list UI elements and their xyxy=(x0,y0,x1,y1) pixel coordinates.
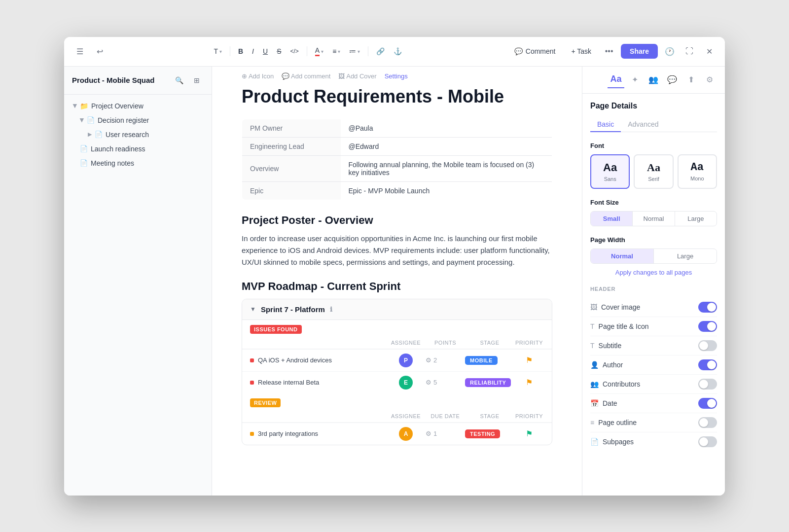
toggle-page-outline[interactable] xyxy=(698,417,717,428)
toggle-label-contributors: 👥 Contributors xyxy=(590,380,640,388)
font-options: Aa Sans Aa Serif Aa Mono xyxy=(590,154,717,189)
sidebar: Product - Mobile Squad 🔍 ⊞ ▶ 📁 Project O… xyxy=(64,67,212,496)
sidebar-item-label: Project Overview xyxy=(91,102,143,110)
link-button[interactable]: 🔗 xyxy=(373,44,388,59)
toggle-cover[interactable] xyxy=(698,302,717,313)
more-button[interactable]: ••• xyxy=(601,43,617,59)
toggle-contributors[interactable] xyxy=(698,379,717,390)
task-label: + Task xyxy=(571,47,591,55)
subpages-icon: 📄 xyxy=(590,438,599,446)
size-normal[interactable]: Normal xyxy=(633,212,675,226)
add-icon-action[interactable]: ⊕ Add Icon xyxy=(242,72,274,80)
sprint-col-headers: ASSIGNEE POINTS STAGE PRIORITY xyxy=(242,337,552,349)
panel-format-button[interactable]: Aa xyxy=(608,71,624,88)
font-option-sans[interactable]: Aa Sans xyxy=(590,154,630,189)
width-normal[interactable]: Normal xyxy=(591,249,654,263)
toggle-subtitle[interactable] xyxy=(698,340,717,351)
sprint-title: Sprint 7 - Platform xyxy=(261,305,325,314)
toggle-label: Subtitle xyxy=(599,342,622,350)
apply-changes-link[interactable]: Apply changes to all pages xyxy=(590,269,717,276)
review-section: REVIEW ASSIGNEE DUE DATE STAGE PRIORITY xyxy=(242,393,552,445)
meta-key-epic: Epic xyxy=(242,181,341,200)
close-button[interactable]: ✕ xyxy=(701,43,717,59)
sidebar-item-label: Meeting notes xyxy=(91,159,134,167)
toggle-row-date: 📅 Date xyxy=(590,394,717,413)
points-icon: ⚙ xyxy=(426,356,431,364)
toggle-label: Subpages xyxy=(603,438,634,446)
meta-value-eng: @Edward xyxy=(341,137,552,155)
panel-users-button[interactable]: 👥 xyxy=(645,71,662,88)
list-button[interactable]: ≔ ▾ xyxy=(346,44,363,59)
task-name: 3rd party integrations xyxy=(250,430,386,437)
task-row: QA iOS + Android devices P ⚙ 2 MOBILE xyxy=(242,349,552,371)
undo-button[interactable]: ↩ xyxy=(92,43,108,59)
share-button[interactable]: Share xyxy=(621,44,658,59)
task-dot-icon xyxy=(250,358,254,362)
review-col-headers: ASSIGNEE DUE DATE STAGE PRIORITY xyxy=(242,410,552,423)
page-title: Product Requirements - Mobile xyxy=(242,86,552,107)
history-button[interactable]: 🕐 xyxy=(662,43,678,59)
panel-search-button[interactable]: 💬 xyxy=(664,71,681,88)
panel-settings-button[interactable]: ⚙ xyxy=(701,71,718,88)
header-section-label: HEADER xyxy=(590,286,717,292)
col-stage: STAGE xyxy=(465,413,514,419)
underline-button[interactable]: U xyxy=(260,44,271,59)
toggle-label: Date xyxy=(603,399,617,407)
panel-export-button[interactable]: ⬆ xyxy=(682,71,699,88)
tab-advanced[interactable]: Advanced xyxy=(621,117,665,132)
sidebar-title: Product - Mobile Squad xyxy=(72,76,155,84)
focus-button[interactable]: ⛶ xyxy=(681,43,697,59)
task-row: Release internal Beta E ⚙ 5 RELIABILITY xyxy=(242,371,552,393)
size-small[interactable]: Small xyxy=(591,212,633,226)
text-type-button[interactable]: T ▾ xyxy=(211,44,225,59)
size-large[interactable]: Large xyxy=(675,212,717,226)
panel-top-icons: Aa ✦ 👥 💬 ⬆ ⚙ xyxy=(582,67,725,94)
add-cover-action[interactable]: 🖼 Add Cover xyxy=(338,72,376,80)
font-preview: Aa xyxy=(647,161,660,174)
toggle-label-subpages: 📄 Subpages xyxy=(590,438,634,446)
add-comment-action[interactable]: 💬 Add comment xyxy=(282,72,330,80)
toggle-label: Author xyxy=(603,361,623,369)
meta-table: PM Owner @Paula Engineering Lead @Edward… xyxy=(242,119,552,200)
strikethrough-button[interactable]: S xyxy=(274,44,284,59)
sidebar-item-user-research[interactable]: ▶ 📄 User research xyxy=(82,128,209,142)
comment-button[interactable]: 💬 Comment xyxy=(508,44,562,58)
sidebar-item-meeting-notes[interactable]: 📄 Meeting notes xyxy=(74,156,209,170)
right-panel: Aa ✦ 👥 💬 ⬆ ⚙ Page Details Basic Advanced… xyxy=(582,67,725,496)
task-priority: ⚑ xyxy=(514,429,544,438)
task-stage: TESTING xyxy=(465,429,514,438)
bold-button[interactable]: B xyxy=(235,44,246,59)
toggle-date[interactable] xyxy=(698,398,717,409)
page-title-icon: T xyxy=(590,322,595,330)
font-option-mono[interactable]: Aa Mono xyxy=(678,154,717,189)
toggle-page-title[interactable] xyxy=(698,321,717,332)
code-button[interactable]: </> xyxy=(287,44,301,59)
sidebar-item-launch-readiness[interactable]: 📄 Launch readiness xyxy=(74,142,209,156)
color-button[interactable]: A ▾ xyxy=(312,44,326,59)
align-button[interactable]: ≡ ▾ xyxy=(329,44,343,59)
task-priority: ⚑ xyxy=(514,378,544,387)
font-name: Mono xyxy=(690,176,704,181)
toggle-author[interactable] xyxy=(698,359,717,370)
sidebar-item-project-overview[interactable]: ▶ 📁 Project Overview xyxy=(67,99,209,113)
cover-icon: 🖼 xyxy=(590,303,597,311)
task-label: QA iOS + Android devices xyxy=(258,356,332,364)
sidebar-item-decision-register[interactable]: ▶ 📄 Decision register xyxy=(74,113,209,127)
tab-basic[interactable]: Basic xyxy=(590,117,621,132)
font-preview: Aa xyxy=(691,161,704,174)
task-points: ⚙ 2 xyxy=(426,356,465,364)
toggle-row-contributors: 👥 Contributors xyxy=(590,375,717,394)
anchor-button[interactable]: ⚓ xyxy=(391,44,405,59)
toggle-label: Page title & Icon xyxy=(599,322,649,330)
search-button[interactable]: 🔍 xyxy=(172,73,186,87)
layout-button[interactable]: ⊞ xyxy=(190,73,204,87)
menu-button[interactable]: ☰ xyxy=(72,43,88,59)
settings-action[interactable]: Settings xyxy=(385,72,408,80)
panel-emoji-button[interactable]: ✦ xyxy=(626,71,643,88)
toggle-subpages[interactable] xyxy=(698,436,717,447)
italic-button[interactable]: I xyxy=(249,44,257,59)
font-option-serif[interactable]: Aa Serif xyxy=(634,154,673,189)
task-button[interactable]: + Task xyxy=(565,44,597,58)
width-large[interactable]: Large xyxy=(654,249,717,263)
doc-icon: 📄 xyxy=(80,145,88,152)
